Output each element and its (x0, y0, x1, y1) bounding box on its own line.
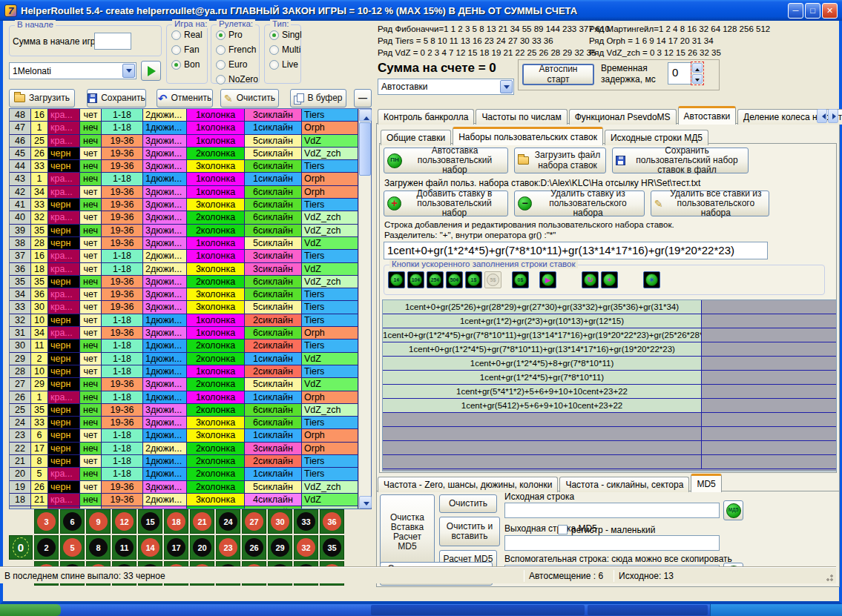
roulette-number-29[interactable]: 29 (268, 535, 292, 560)
bet-list-empty-row[interactable] (383, 455, 836, 469)
roulette-number-21[interactable]: 21 (190, 509, 214, 534)
roulette-number-11[interactable]: 11 (112, 535, 137, 560)
copy-to-buffer-button[interactable]: В буфер (290, 89, 346, 107)
insert-group-button[interactable]: ✶ (601, 271, 618, 288)
scroll-down-icon[interactable] (359, 496, 372, 509)
table-row[interactable]: 3716кра...чет1-182дюжи...1колонка3сиклай… (10, 250, 358, 262)
table-row[interactable]: 4433черннеч19-363дюжи...3колонка6сиклайн… (10, 160, 358, 173)
tab-md5[interactable]: MD5 (691, 474, 721, 492)
radio-pro[interactable]: Pro (216, 30, 259, 40)
delete-bet-button[interactable]: − Удалить ставку из пользовательского на… (514, 191, 645, 216)
table-row[interactable]: 3618кра...чет1-182дюжи...3колонка3сиклай… (10, 263, 358, 276)
roulette-number-33[interactable]: 33 (294, 509, 318, 534)
taskbar[interactable] (0, 604, 842, 616)
insert-play-button[interactable]: ▶ (539, 271, 556, 288)
md5-output-input[interactable] (504, 535, 720, 551)
bet-list-empty-row[interactable] (383, 441, 836, 455)
chevron-down-icon[interactable] (122, 64, 135, 78)
md5-clear-button[interactable]: Очистить (439, 494, 497, 513)
table-row[interactable]: 4816кра...чет1-182дюжи...1колонка3сиклай… (10, 109, 358, 122)
table-row[interactable]: 4625кра...неч19-363дюжи...1колонка5сикла… (10, 135, 358, 148)
table-row[interactable]: 2433черннеч19-363дюжи...3колонка6сиклайн… (10, 417, 358, 429)
roulette-number-26[interactable]: 26 (242, 535, 266, 560)
run-strategy-button[interactable] (141, 61, 161, 81)
radio-live[interactable]: Live (269, 59, 300, 70)
table-row[interactable]: 3134кра...чет19-363дюжи...1колонка6сикла… (10, 327, 358, 340)
roulette-number-14[interactable]: 14 (138, 535, 162, 560)
scroll-up-icon[interactable] (359, 109, 372, 122)
table-row[interactable]: 4526чернчет19-363дюжи...2колонка5сиклайн… (10, 148, 358, 160)
bet-list-item[interactable]: 1cent+gr(5412)+5+6+9+10+10cent+23+22 (383, 399, 836, 413)
tab-автоставки[interactable]: Автоставки (678, 106, 737, 125)
titlebar[interactable]: HelperRoullet 5.4- create helperroullet@… (0, 0, 842, 21)
table-row[interactable]: 2810чернчет1-181дюжи...1колонка2сиклайнT… (10, 365, 358, 378)
start-button-fragment[interactable] (0, 604, 61, 616)
radio-bon[interactable]: Bon (171, 59, 207, 70)
md5-run-button[interactable]: МД5 (723, 500, 743, 520)
tab-scroll-left-icon[interactable] (817, 109, 827, 123)
roulette-number-24[interactable]: 24 (216, 509, 240, 534)
roulette-number-9[interactable]: 9 (86, 509, 111, 534)
bet-list-item[interactable]: 1cent+gr(5*4*1*2)+5+6+9+10+10cent+23+22 (383, 385, 836, 399)
table-row[interactable]: 3828чернчет19-363дюжи...1колонка5сиклайн… (10, 237, 358, 250)
radio-multi[interactable]: Multi (269, 44, 300, 55)
bet-list-item[interactable]: 1cent+0+gr(1*2*4*5)+gr(7*8*10*11)+gr(13*… (383, 328, 836, 342)
tab-исходные-строки-мд5[interactable]: Исходные строки МД5 (605, 130, 708, 145)
table-row[interactable]: 1821кра...неч19-362дюжи...3колонка4сикла… (10, 494, 358, 506)
bet-list-item[interactable]: 1cent+0+gr(25*26)+gr(28*29)+gr(27*30)+gr… (383, 300, 836, 314)
maximize-button[interactable]: □ (805, 3, 820, 19)
table-row[interactable]: 4133черннеч19-363дюжи...3колонка6сиклайн… (10, 199, 358, 211)
spin-up-icon[interactable] (692, 63, 703, 73)
delete-all-bets-button[interactable]: ✎ Удалить все ставки из пользовательског… (651, 191, 769, 216)
undo-button[interactable]: ↶Отменить (157, 89, 213, 107)
radio-euro[interactable]: Euro (216, 59, 259, 70)
coin-button-50c[interactable]: 50¢ (446, 271, 463, 288)
roulette-number-20[interactable]: 20 (190, 535, 214, 560)
bet-list-empty-row[interactable] (383, 427, 836, 441)
autospin-start-button[interactable]: Автоспин старт (522, 64, 594, 85)
delay-value[interactable]: 0 (668, 62, 691, 85)
roulette-number-5[interactable]: 5 (60, 535, 85, 560)
radio-fan[interactable]: Fan (171, 44, 207, 55)
taskbar-window-button[interactable] (588, 605, 708, 615)
roulette-number-35[interactable]: 35 (320, 535, 344, 560)
table-row[interactable]: 205кра...неч1-181дюжи...2колонка1сиклайн… (10, 468, 358, 480)
radio-french[interactable]: French (216, 44, 259, 55)
load-set-file-button[interactable]: Загрузить файл набора ставок (514, 148, 606, 173)
table-row[interactable]: 471кра...неч1-181дюжи...1колонка1сиклайн… (10, 122, 358, 134)
bet-list-item[interactable]: 1cent+gr(1*2)+gr(2*3)+gr(10*13)+gr(12*15… (383, 314, 836, 328)
md5-source-input[interactable] (504, 503, 720, 518)
scroll-thumb[interactable] (359, 122, 371, 176)
roulette-number-6[interactable]: 6 (60, 509, 85, 534)
table-row[interactable]: 2217черннеч1-182дюжи...2колонка3сиклайнO… (10, 443, 358, 455)
wheel-chip-button[interactable]: ✳ (643, 271, 660, 288)
roulette-number-30[interactable]: 30 (268, 509, 292, 534)
resize-grip[interactable] (826, 573, 835, 582)
coin-button-1d[interactable]: 1$ (465, 271, 482, 288)
roulette-number-27[interactable]: 27 (242, 509, 266, 534)
add-bet-button[interactable]: + Добавить ставку в пользовательский наб… (384, 191, 508, 216)
table-row[interactable]: 2535черннеч19-363дюжи...2колонка6сиклайн… (10, 404, 358, 417)
table-row[interactable]: 236чернчет1-181дюжи...3колонка1сиклайнOr… (10, 429, 358, 442)
bet-list-item[interactable]: 1cent+0+gr(1*2*4*5)+8+gr(7*8*10*11) (383, 357, 836, 371)
table-row[interactable]: 3011черннеч1-181дюжи...2колонка2сиклайнT… (10, 340, 358, 352)
table-row[interactable]: 3436кра...чет19-363дюжи...3колонка6сикла… (10, 288, 358, 301)
autobet-user-set-button[interactable]: ПН Автоставка пользовательский набор (384, 148, 508, 173)
insert-repeat-button[interactable]: ↻ (582, 271, 599, 288)
roulette-number-23[interactable]: 23 (216, 535, 240, 560)
radio-real[interactable]: Real (171, 30, 207, 40)
save-set-file-button[interactable]: Сохранить пользовательский набор ставок … (612, 148, 749, 173)
roulette-number-15[interactable]: 15 (138, 509, 162, 534)
mode-combobox[interactable]: Автоставки (378, 79, 514, 95)
minimize-button[interactable]: ─ (788, 3, 803, 19)
md5-clear-paste-button[interactable]: Очистить и вставить (439, 517, 500, 546)
tab-наборы-пользовательских-ставок[interactable]: Наборы пользовательских ставок (453, 127, 603, 145)
bet-string-input[interactable]: 1cent+0+gr(1*2*4*5)+gr(7*8*10*11)+gr(13*… (384, 242, 768, 259)
load-button[interactable]: Загрузить (9, 89, 75, 107)
bet-list-empty-row[interactable] (383, 413, 836, 427)
roulette-number-3[interactable]: 3 (34, 509, 59, 534)
tab-частоты-по-числам[interactable]: Частоты по числам (476, 109, 567, 125)
case-checkbox-row[interactable]: регистр - маленький (558, 523, 655, 536)
table-row[interactable]: 261кра...неч1-181дюжи...1колонка1сиклайн… (10, 391, 358, 404)
roulette-number-18[interactable]: 18 (164, 509, 188, 534)
